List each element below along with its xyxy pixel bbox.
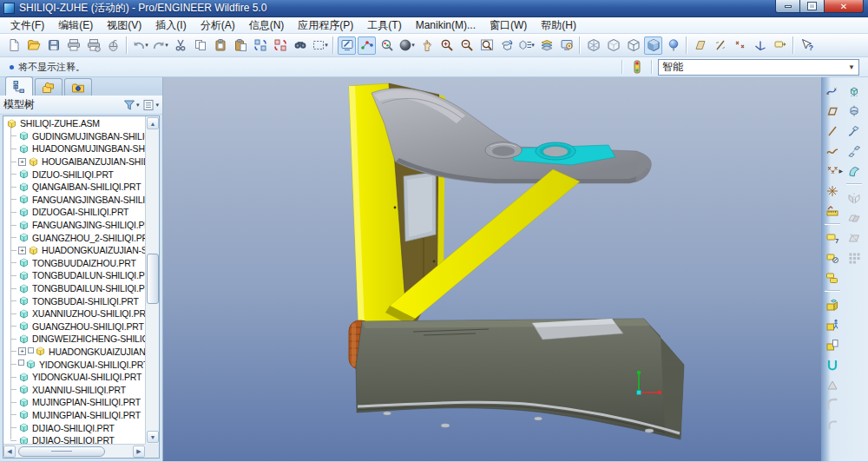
tree-item[interactable]: DINGWEIZHICHENG-SHILIQI. xyxy=(3,333,145,346)
pan-zoom-icon[interactable] xyxy=(418,36,436,55)
dropdown-arrow-icon[interactable]: ▾ xyxy=(155,102,159,109)
vertical-scroll-thumb[interactable] xyxy=(147,254,159,304)
tree-filters-button[interactable]: ▾ xyxy=(122,98,140,112)
tree-item[interactable]: FANGUANGJING-SHILIQI.PRT xyxy=(3,219,145,232)
tree-item[interactable]: DIJIAO-SHILIQI.PRT xyxy=(3,421,145,434)
tree-item[interactable]: FANGUANGJINGBAN-SHILIQ xyxy=(3,194,145,207)
tree-item[interactable]: MUJINGPIAN-SHILIQI.PRT xyxy=(3,396,145,409)
tree-item[interactable]: YIDONGKUAI-SHILIQI.PRT xyxy=(3,371,145,384)
tab-model-tree[interactable] xyxy=(5,76,33,96)
tree-item[interactable]: DIZUOGAI-SHILIQI.PRT xyxy=(3,206,145,219)
tree-item[interactable]: DIZUO-SHILIQI.PRT xyxy=(3,168,145,181)
save-icon[interactable] xyxy=(44,36,62,55)
menu-manikin[interactable]: Manikin(M)... xyxy=(409,19,483,31)
view-manager-icon[interactable] xyxy=(557,36,575,55)
scroll-left-arrow[interactable]: ◀ xyxy=(3,446,16,458)
saved-views-icon[interactable]: ▾ xyxy=(517,36,536,55)
menu-edit[interactable]: 编辑(E) xyxy=(51,18,100,33)
horizontal-scroll-thumb[interactable] xyxy=(18,446,105,457)
tab-folder-browser[interactable] xyxy=(35,78,62,96)
undo-icon[interactable]: ▾ xyxy=(131,36,149,55)
auto-round-icon[interactable] xyxy=(823,415,841,433)
datum-plane-icon[interactable] xyxy=(823,102,841,120)
selection-filter-dropdown[interactable]: 智能 ▼ xyxy=(658,59,859,76)
trim-icon[interactable] xyxy=(845,228,863,247)
print-preview-icon[interactable] xyxy=(84,36,102,55)
sweep-icon[interactable] xyxy=(845,122,863,140)
tree-item[interactable]: SHILIQI-ZUHE.ASM xyxy=(3,117,145,130)
measure-icon[interactable] xyxy=(823,201,841,220)
close-button[interactable]: ✕ xyxy=(825,0,864,13)
lens-ring-right[interactable] xyxy=(536,142,575,160)
tree-item[interactable]: XUANNIU-SHILIQI.PRT xyxy=(3,383,145,396)
tree-item[interactable]: +HUADONGKUAIZUJIAN-SHILI xyxy=(3,244,145,257)
repaint-icon[interactable] xyxy=(338,36,356,55)
tree-item[interactable]: +HUADONGKUAIZUJIAN-SHI xyxy=(3,346,145,359)
find-icon[interactable] xyxy=(291,36,309,55)
layers-icon[interactable] xyxy=(537,36,556,55)
tree-item[interactable]: TONGBUDAILUN-SHILIQI.PRT xyxy=(3,282,145,295)
tree-columns-button[interactable]: ▾ xyxy=(141,98,159,112)
dropdown-arrow-icon[interactable]: ▾ xyxy=(325,42,328,49)
tree-item[interactable]: GUANGZHOU_2-SHILIQI.PRT xyxy=(3,231,145,244)
reorient-icon[interactable] xyxy=(497,36,516,55)
flyout-arrow-icon[interactable]: ▶ xyxy=(838,168,843,174)
round-icon[interactable] xyxy=(823,395,841,413)
tree-item[interactable]: +HOUGAIBANZUJIAN-SHILIQI. xyxy=(3,155,145,168)
no-hidden-icon[interactable] xyxy=(624,36,642,55)
tab-favorites[interactable] xyxy=(64,78,92,96)
shade-icon[interactable]: ▾ xyxy=(398,36,416,55)
tree-horizontal-scrollbar[interactable]: ◀ ▶ xyxy=(3,444,145,458)
orient-mode-icon[interactable] xyxy=(378,36,396,55)
sketched-curve-icon[interactable] xyxy=(823,142,841,160)
mirror-icon[interactable] xyxy=(845,188,863,207)
regeneration-manager-icon[interactable] xyxy=(628,58,646,76)
cut-icon[interactable] xyxy=(171,36,189,55)
glass-window[interactable] xyxy=(404,172,436,241)
insert-manikin-icon[interactable] xyxy=(823,315,841,333)
menu-file[interactable]: 文件(F) xyxy=(3,18,51,33)
lens-ring-left[interactable] xyxy=(485,142,522,159)
menu-info[interactable]: 信息(N) xyxy=(242,18,292,33)
open-icon[interactable] xyxy=(24,36,43,55)
tree-item[interactable]: YIDONGKUAI-SHILIQI.PRT xyxy=(3,358,145,371)
paste-special-icon[interactable] xyxy=(231,36,249,55)
email-icon[interactable] xyxy=(104,36,122,55)
model-view[interactable] xyxy=(163,77,821,461)
menu-window[interactable]: 窗口(W) xyxy=(483,18,534,33)
component-interface-icon[interactable] xyxy=(823,355,841,373)
datum-csys-toggle-icon[interactable] xyxy=(751,36,769,55)
extrude-icon[interactable] xyxy=(845,82,863,100)
annotation-orientation-icon[interactable] xyxy=(823,248,841,267)
new-icon[interactable] xyxy=(4,36,23,55)
datum-axes-toggle-icon[interactable] xyxy=(711,36,729,55)
create-component-icon[interactable] xyxy=(823,335,841,353)
zoom-in-icon[interactable] xyxy=(437,36,456,55)
revolve-icon[interactable] xyxy=(845,102,863,120)
tree-item[interactable]: TONGBUDAILUN-SHILIQI.PRT xyxy=(3,269,145,282)
annotation-display-icon[interactable] xyxy=(771,36,789,55)
menu-tools[interactable]: 工具(T) xyxy=(360,18,408,33)
dropdown-arrow-icon[interactable]: ▾ xyxy=(165,42,168,49)
swept-blend-icon[interactable] xyxy=(845,142,863,160)
expand-toggle[interactable]: + xyxy=(18,347,26,355)
dropdown-arrow-icon[interactable]: ▾ xyxy=(411,42,415,49)
dropdown-arrow-icon[interactable]: ▾ xyxy=(136,102,140,109)
annotations-icon[interactable] xyxy=(823,268,841,287)
hidden-line-icon[interactable] xyxy=(604,36,622,55)
tree-vertical-scrollbar[interactable]: ▲ ▼ xyxy=(145,116,159,444)
datum-planes-toggle-icon[interactable] xyxy=(691,36,709,55)
menu-analysis[interactable]: 分析(A) xyxy=(194,18,242,33)
tree-item[interactable]: QIANGAIBAN-SHILIQI.PRT xyxy=(3,181,145,194)
annotation-feature-icon[interactable] xyxy=(823,228,841,247)
tree-item[interactable]: HUADONGMUJINGBAN-SHIL xyxy=(3,142,145,155)
tree-item[interactable]: GUANGZHOU-SHILIQI.PRT xyxy=(3,320,145,333)
enhanced-realism-icon[interactable] xyxy=(664,36,682,55)
regenerate-icon[interactable] xyxy=(251,36,269,55)
datum-axis-icon[interactable] xyxy=(823,122,841,140)
menu-insert[interactable]: 插入(I) xyxy=(148,18,193,33)
menu-view[interactable]: 视图(V) xyxy=(100,18,148,33)
regenerate-custom-icon[interactable] xyxy=(271,36,289,55)
tree-item[interactable]: DIJIAO-SHILIQI.PRT xyxy=(3,434,145,444)
tree-item[interactable]: TONGBUUDAIZHOU.PRT xyxy=(3,257,145,270)
